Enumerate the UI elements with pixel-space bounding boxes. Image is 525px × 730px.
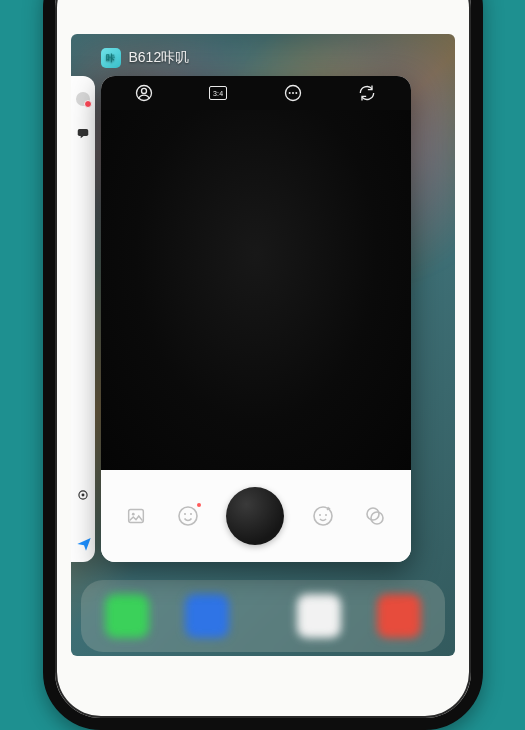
svg-point-4 [141, 88, 146, 93]
camera-flip-icon[interactable] [356, 82, 378, 104]
home-icon[interactable] [133, 82, 155, 104]
svg-point-16 [325, 514, 327, 516]
more-icon[interactable] [282, 82, 304, 104]
gallery-icon[interactable] [123, 503, 149, 529]
svg-point-14 [314, 507, 332, 525]
camera-bottom-bar [101, 470, 411, 562]
location-icon [76, 488, 90, 502]
aspect-ratio-label: 3:4 [209, 86, 227, 100]
svg-point-6 [288, 92, 290, 94]
svg-point-11 [179, 507, 197, 525]
app-switcher-title: 咔 B612咔叽 [101, 48, 190, 68]
home-dock [81, 580, 445, 652]
app-switcher-card-b612[interactable]: 3:4 [101, 76, 411, 562]
svg-point-10 [132, 513, 135, 516]
svg-point-13 [190, 513, 192, 515]
beauty-icon[interactable] [310, 503, 336, 529]
filter-icon[interactable] [362, 503, 388, 529]
sticker-icon[interactable] [175, 503, 201, 529]
app-name-label: B612咔叽 [129, 49, 190, 67]
app-icon: 咔 [101, 48, 121, 68]
phone-frame: 咔 B612咔叽 3:4 [43, 0, 483, 730]
app-switcher-card-previous[interactable] [71, 76, 95, 562]
shutter-button[interactable] [226, 487, 284, 545]
svg-point-8 [295, 92, 297, 94]
svg-point-12 [184, 513, 186, 515]
chat-icon [76, 126, 90, 140]
phone-screen: 咔 B612咔叽 3:4 [71, 34, 455, 656]
dock-app-2 [185, 594, 229, 638]
svg-rect-0 [77, 129, 88, 136]
svg-point-2 [81, 494, 84, 497]
aspect-ratio-button[interactable]: 3:4 [207, 82, 229, 104]
notification-dot [197, 503, 201, 507]
svg-point-15 [319, 514, 321, 516]
camera-viewfinder[interactable] [101, 110, 411, 470]
camera-top-bar: 3:4 [101, 76, 411, 110]
send-icon [76, 536, 92, 552]
dock-app-1 [105, 594, 149, 638]
dock-app-4 [377, 594, 421, 638]
svg-point-7 [292, 92, 294, 94]
dock-app-3 [297, 594, 341, 638]
avatar-icon [76, 92, 90, 106]
